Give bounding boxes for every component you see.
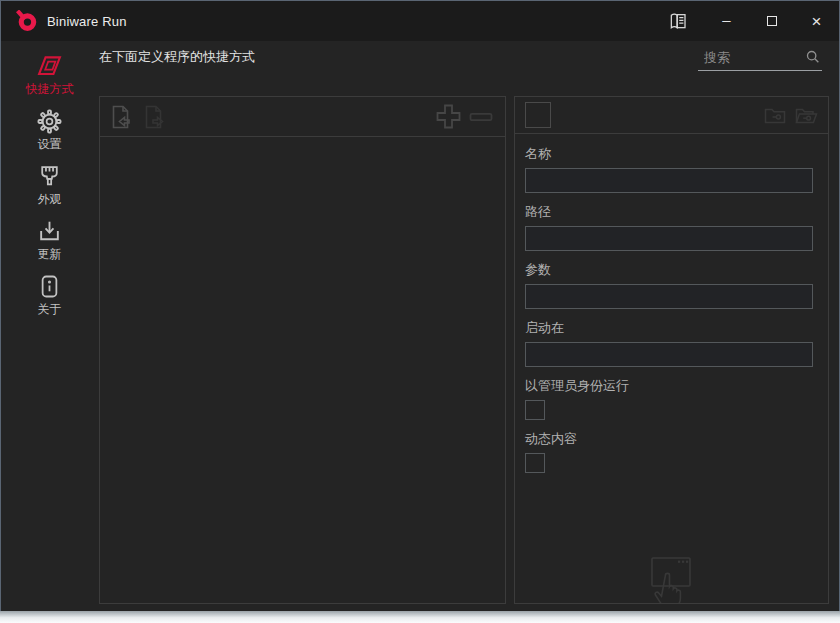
sidebar-nav: 快捷方式 设置 — [1, 41, 98, 611]
sidebar-item-label: 更新 — [38, 246, 62, 263]
checkbox-label-run-as-admin: 以管理员身份运行 — [525, 377, 813, 395]
folder-open-icon[interactable] — [794, 103, 818, 127]
sidebar-item-settings[interactable]: 设置 — [2, 109, 98, 153]
sidebar-item-shortcuts[interactable]: 快捷方式 — [2, 54, 98, 98]
minimize-button[interactable]: – — [704, 1, 749, 41]
name-field[interactable] — [525, 168, 813, 193]
sidebar-item-label: 关于 — [38, 301, 62, 318]
shortcuts-icon — [36, 54, 63, 79]
maximize-button[interactable] — [749, 1, 794, 41]
update-download-icon — [36, 219, 63, 244]
page-caption: 在下面定义程序的快捷方式 — [99, 48, 255, 66]
folder-closed-icon[interactable] — [763, 103, 787, 127]
sidebar-item-label: 外观 — [38, 191, 62, 208]
sidebar-item-label: 设置 — [38, 136, 62, 153]
sidebar-item-update[interactable]: 更新 — [2, 219, 98, 263]
start-in-field[interactable] — [525, 342, 813, 367]
field-label-parameters: 参数 — [525, 261, 813, 279]
biniware-logo-icon — [16, 10, 38, 32]
list-edit-buttons — [435, 103, 496, 130]
appearance-brush-icon — [36, 164, 63, 189]
titlebar[interactable]: Biniware Run – × — [1, 1, 839, 41]
window-frame: Biniware Run – × 在下面定义程序的快捷方式 — [0, 0, 840, 613]
browse-buttons — [763, 103, 818, 127]
book-icon — [668, 11, 688, 31]
close-icon: × — [812, 13, 822, 30]
drag-drop-window-hand-icon — [649, 555, 695, 604]
shortcuts-list-panel — [99, 96, 506, 604]
field-label-name: 名称 — [525, 145, 813, 163]
search-icon[interactable] — [805, 49, 820, 64]
sidebar-item-label: 快捷方式 — [26, 81, 74, 98]
donate-book-button[interactable] — [658, 1, 698, 41]
run-as-admin-checkbox[interactable] — [525, 400, 545, 420]
app-window: Biniware Run – × 在下面定义程序的快捷方式 — [0, 0, 840, 623]
minimize-icon: – — [722, 12, 730, 27]
shortcuts-toolbar — [100, 97, 505, 137]
shortcut-details-panel: 名称 路径 参数 启动在 以管理员身份运行 动态内容 — [514, 96, 829, 604]
export-file-icon[interactable] — [142, 104, 168, 130]
search-box[interactable] — [698, 45, 822, 71]
maximize-icon — [767, 16, 777, 26]
remove-minus-icon[interactable] — [468, 104, 494, 130]
sidebar-item-appearance[interactable]: 外观 — [2, 164, 98, 208]
field-label-path: 路径 — [525, 203, 813, 221]
about-info-icon — [36, 274, 63, 299]
dynamic-content-checkbox[interactable] — [525, 453, 545, 473]
import-file-icon[interactable] — [109, 104, 135, 130]
search-input[interactable] — [704, 47, 798, 67]
settings-gear-icon — [36, 109, 63, 134]
close-button[interactable]: × — [794, 1, 839, 41]
shortcuts-list-empty-area[interactable] — [100, 137, 505, 603]
window-title: Biniware Run — [47, 14, 127, 29]
checkbox-label-dynamic-content: 动态内容 — [525, 430, 813, 448]
details-form: 名称 路径 参数 启动在 以管理员身份运行 动态内容 — [515, 134, 828, 473]
add-plus-icon[interactable] — [435, 103, 462, 130]
path-field[interactable] — [525, 226, 813, 251]
field-label-start-in: 启动在 — [525, 319, 813, 337]
window-bottom-shadow — [0, 611, 840, 623]
sidebar-item-about[interactable]: 关于 — [2, 274, 98, 318]
shortcut-icon-box[interactable] — [525, 102, 551, 128]
parameters-field[interactable] — [525, 284, 813, 309]
details-header — [515, 97, 828, 134]
